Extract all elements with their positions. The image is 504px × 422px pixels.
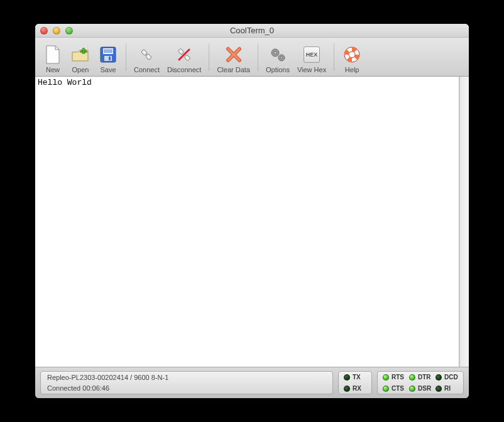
svg-rect-12 [184,55,190,61]
status-connection-panel: Repleo-PL2303-00202414 / 9600 8-N-1 Conn… [40,371,333,394]
led-rx: RX [344,385,366,392]
help-lifebuoy-icon [342,45,362,65]
svg-rect-11 [178,48,184,55]
clear-x-icon [224,45,244,65]
svg-line-9 [147,53,148,54]
led-cts: CTS [383,385,405,392]
dsr-led-icon [409,386,415,392]
save-label: Save [100,66,116,73]
toolbar-separator [126,43,126,71]
led-tx: TX [344,374,366,381]
status-signals-panel: RTS CTS DTR DSR DCD [377,371,464,394]
toolbar-separator [334,43,334,71]
options-gear-icon [268,45,288,65]
options-button[interactable]: Options [262,40,293,75]
toolbar: New Open [35,38,469,77]
svg-rect-8 [146,53,152,60]
dtr-led-icon [409,374,415,381]
disconnect-plug-icon [174,45,194,65]
help-button[interactable]: Help [338,40,366,75]
titlebar[interactable]: CoolTerm_0 [35,24,469,38]
clear-data-button[interactable]: Clear Data [213,40,254,75]
hex-icon: HEX [302,45,322,65]
close-window-button[interactable] [40,27,48,35]
svg-rect-0 [82,51,85,53]
svg-point-17 [280,57,282,58]
terminal-area: Hello World [35,77,469,367]
view-hex-label: View Hex [297,66,326,73]
svg-rect-2 [103,48,113,54]
save-button[interactable]: Save [94,40,122,75]
window-title: CoolTerm_0 [35,26,469,35]
new-label: New [46,66,60,73]
open-label: Open [72,66,89,73]
save-floppy-icon [98,45,118,65]
toolbar-separator [209,43,209,71]
disconnect-label: Disconnect [167,66,201,73]
new-button[interactable]: New [39,40,67,75]
open-button[interactable]: Open [67,40,94,75]
connect-button[interactable]: Connect [130,40,163,75]
zoom-window-button[interactable] [65,27,73,35]
svg-point-15 [274,51,277,54]
led-rts[interactable]: RTS [383,374,405,381]
rx-led-icon [344,386,350,392]
led-ri: RI [436,385,458,392]
app-window: CoolTerm_0 New Open [35,24,469,398]
svg-line-10 [146,55,146,55]
led-dtr[interactable]: DTR [409,374,432,381]
status-port-line: Repleo-PL2303-00202414 / 9600 8-N-1 [47,373,168,382]
view-hex-button[interactable]: HEX View Hex [293,40,330,75]
svg-rect-4 [104,51,112,53]
new-file-icon [43,45,63,65]
traffic-lights [35,27,73,35]
vertical-scrollbar[interactable] [459,77,469,367]
connect-label: Connect [134,66,160,73]
status-txrx-panel: TX RX [338,371,372,394]
options-label: Options [266,66,290,73]
toolbar-separator [258,43,258,71]
statusbar: Repleo-PL2303-00202414 / 9600 8-N-1 Conn… [35,367,469,398]
help-label: Help [345,66,359,73]
minimize-window-button[interactable] [53,27,60,35]
status-conn-line: Connected 00:06:46 [47,384,109,392]
rts-led-icon [383,374,389,381]
svg-rect-7 [141,49,148,55]
led-dcd: DCD [436,374,458,381]
clear-label: Clear Data [217,66,250,73]
svg-rect-5 [104,56,112,61]
led-dsr: DSR [409,385,432,392]
connect-plug-icon [136,45,156,65]
disconnect-button[interactable]: Disconnect [163,40,205,75]
svg-rect-6 [109,57,111,60]
ri-led-icon [436,386,442,392]
svg-rect-3 [104,50,112,51]
terminal-output[interactable]: Hello World [35,77,459,367]
open-folder-icon [70,45,90,65]
cts-led-icon [383,386,389,392]
dcd-led-icon [436,374,442,381]
tx-led-icon [344,374,350,381]
